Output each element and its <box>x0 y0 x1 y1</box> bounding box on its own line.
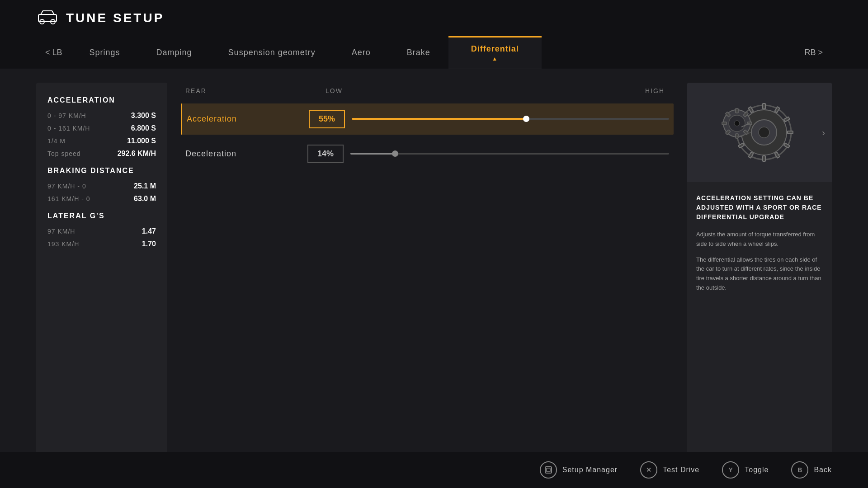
tab-damping[interactable]: Damping <box>138 40 210 66</box>
test-drive-icon: ✕ <box>640 461 657 479</box>
info-panel-body2: The differential allows the tires on eac… <box>696 255 823 293</box>
stat-value-0-97: 3.300 S <box>131 112 156 120</box>
acceleration-thumb[interactable] <box>523 116 529 122</box>
stat-row-lateral-97: 97 KM/H 1.47 <box>47 227 156 235</box>
acceleration-title: ACCELERATION <box>47 96 156 104</box>
differential-illustration <box>714 96 805 169</box>
acceleration-slider-track[interactable] <box>352 118 669 121</box>
slider-headers: REAR LOW HIGH <box>181 87 674 94</box>
svg-rect-5 <box>763 103 765 109</box>
nav-left-arrow[interactable]: < LB <box>36 40 71 66</box>
nav-tabs: < LB Springs Damping Suspension geometry… <box>0 36 868 69</box>
svg-rect-27 <box>722 122 726 125</box>
stat-row-quarter-mile: 1/4 M 11.000 S <box>47 137 156 145</box>
toggle-icon: Y <box>722 461 739 479</box>
tab-active-indicator: ▲ <box>492 56 498 62</box>
stat-value-lateral-97: 1.47 <box>142 227 156 235</box>
svg-rect-33 <box>547 468 550 472</box>
center-panel: REAR LOW HIGH Acceleration 55% Decelerat… <box>181 83 674 467</box>
stat-row-0-97: 0 - 97 KM/H 3.300 S <box>47 112 156 120</box>
low-label: LOW <box>312 87 645 94</box>
stat-row-161-0: 161 KM/H - 0 63.0 M <box>47 195 156 203</box>
stat-value-lateral-193: 1.70 <box>142 240 156 248</box>
tab-aero[interactable]: Aero <box>334 40 389 66</box>
stat-value-top-speed: 292.6 KM/H <box>118 150 156 158</box>
info-text: ACCELERATION SETTING CAN BE ADJUSTED WIT… <box>687 182 832 449</box>
info-panel-title: ACCELERATION SETTING CAN BE ADJUSTED WIT… <box>696 193 823 222</box>
stat-value-161-0: 63.0 M <box>134 195 156 203</box>
stat-row-lateral-193: 193 KM/H 1.70 <box>47 240 156 248</box>
stat-row-top-speed: Top speed 292.6 KM/H <box>47 150 156 158</box>
setup-manager-action[interactable]: Setup Manager <box>540 461 618 479</box>
svg-point-29 <box>734 121 740 126</box>
test-drive-label: Test Drive <box>663 466 699 474</box>
stat-row-0-161: 0 - 161 KM/H 6.800 S <box>47 124 156 132</box>
deceleration-thumb[interactable] <box>392 150 398 157</box>
test-drive-action[interactable]: ✕ Test Drive <box>640 461 699 479</box>
deceleration-slider-track[interactable] <box>350 153 669 155</box>
svg-rect-32 <box>545 467 552 473</box>
stats-panel: ACCELERATION 0 - 97 KM/H 3.300 S 0 - 161… <box>36 83 167 467</box>
tab-differential[interactable]: Differential ▲ <box>448 36 542 69</box>
tab-brake[interactable]: Brake <box>389 40 448 66</box>
svg-rect-8 <box>788 131 793 134</box>
info-panel-right-arrow[interactable]: › <box>822 127 825 138</box>
acceleration-value-box: 55% <box>309 110 345 128</box>
acceleration-slider-label: Acceleration <box>187 114 309 124</box>
svg-rect-0 <box>38 14 57 22</box>
main-content: ACCELERATION 0 - 97 KM/H 3.300 S 0 - 161… <box>0 69 868 480</box>
deceleration-slider-label: Deceleration <box>185 149 307 159</box>
toggle-label: Toggle <box>745 466 769 474</box>
bottom-bar: Setup Manager ✕ Test Drive Y Toggle B Ba… <box>0 452 868 488</box>
setup-manager-label: Setup Manager <box>562 466 618 474</box>
lateral-title: LATERAL G'S <box>47 212 156 220</box>
stat-row-97-0: 97 KM/H - 0 25.1 M <box>47 182 156 190</box>
stat-value-0-161: 6.800 S <box>131 124 156 132</box>
back-action[interactable]: B Back <box>791 461 832 479</box>
braking-title: BRAKING DISTANCE <box>47 167 156 175</box>
back-icon: B <box>791 461 808 479</box>
svg-rect-25 <box>736 134 738 138</box>
acceleration-slider-row[interactable]: Acceleration 55% <box>181 103 674 135</box>
header: TUNE SETUP <box>0 0 868 36</box>
stat-label-quarter-mile: 1/4 M <box>47 137 66 145</box>
setup-manager-icon <box>540 461 557 479</box>
stat-label-lateral-97: 97 KM/H <box>47 228 75 235</box>
deceleration-fill <box>350 153 395 155</box>
svg-rect-11 <box>763 156 765 161</box>
rear-label: REAR <box>185 87 312 94</box>
stat-label-161-0: 161 KM/H - 0 <box>47 195 90 202</box>
high-label: HIGH <box>645 87 665 94</box>
tab-suspension-geometry[interactable]: Suspension geometry <box>210 40 334 66</box>
svg-point-18 <box>759 127 769 138</box>
back-label: Back <box>814 466 832 474</box>
stat-label-0-161: 0 - 161 KM/H <box>47 125 90 132</box>
acceleration-track-bg <box>352 118 669 120</box>
info-panel: › ACCELERATION SETTING CAN BE ADJUSTED W… <box>687 83 832 467</box>
info-image: › <box>687 83 832 182</box>
acceleration-fill <box>352 118 526 120</box>
stat-label-lateral-193: 193 KM/H <box>47 240 79 248</box>
info-panel-body1: Adjusts the amount of torque transferred… <box>696 230 823 249</box>
stat-value-quarter-mile: 11.000 S <box>127 137 156 145</box>
stat-value-97-0: 25.1 M <box>134 182 156 190</box>
deceleration-slider-row[interactable]: Deceleration 14% <box>181 138 674 169</box>
tab-springs[interactable]: Springs <box>71 40 138 66</box>
deceleration-track-bg <box>350 153 669 155</box>
stat-label-0-97: 0 - 97 KM/H <box>47 112 86 119</box>
deceleration-value-box: 14% <box>307 145 344 163</box>
svg-rect-21 <box>736 108 738 113</box>
stat-label-97-0: 97 KM/H - 0 <box>47 183 86 190</box>
car-icon <box>36 8 59 28</box>
toggle-action[interactable]: Y Toggle <box>722 461 769 479</box>
nav-right-arrow[interactable]: RB > <box>795 40 832 66</box>
stat-label-top-speed: Top speed <box>47 150 81 157</box>
page-title: TUNE SETUP <box>66 11 164 25</box>
